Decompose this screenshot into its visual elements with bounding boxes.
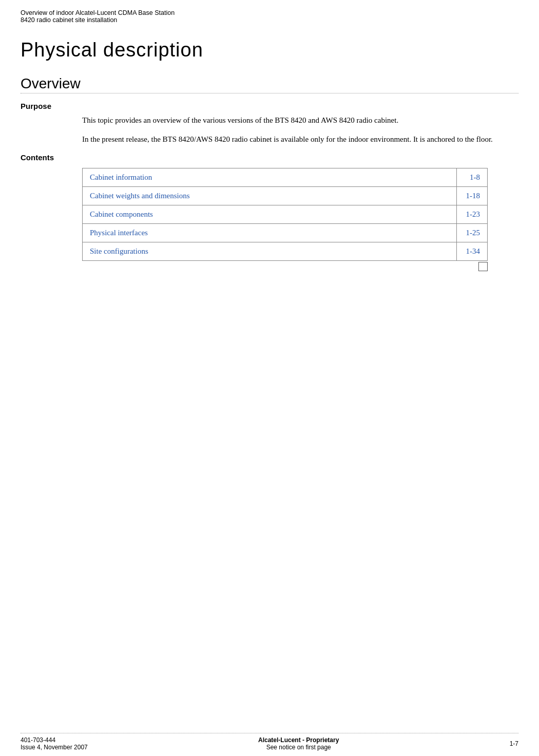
purpose-paragraph-2: In the present release, the BTS 8420/AWS… xyxy=(82,134,508,145)
table-box-wrapper xyxy=(82,262,488,271)
footer-notice: See notice on first page xyxy=(258,744,339,751)
footer-left: 401-703-444 Issue 4, November 2007 xyxy=(21,736,88,751)
footer-center: Alcatel-Lucent - Proprietary See notice … xyxy=(258,736,339,751)
contents-link[interactable]: Cabinet components xyxy=(83,205,457,223)
section-heading-overview: Overview xyxy=(21,75,518,92)
footer-page-number: 1-7 xyxy=(510,740,518,747)
contents-link[interactable]: Cabinet weights and dimensions xyxy=(83,186,457,205)
contents-page[interactable]: 1-8 xyxy=(457,168,488,186)
contents-page[interactable]: 1-23 xyxy=(457,205,488,223)
contents-link[interactable]: Physical interfaces xyxy=(83,223,457,242)
table-row: Cabinet weights and dimensions1-18 xyxy=(83,186,488,205)
contents-link[interactable]: Site configurations xyxy=(83,242,457,260)
purpose-label: Purpose xyxy=(21,102,518,110)
header-line1: Overview of indoor Alcatel-Lucent CDMA B… xyxy=(21,9,518,16)
contents-page[interactable]: 1-25 xyxy=(457,223,488,242)
footer-proprietary: Alcatel-Lucent - Proprietary xyxy=(258,736,339,744)
main-content: Physical description Overview Purpose Th… xyxy=(0,26,539,756)
table-row: Cabinet information1-8 xyxy=(83,168,488,186)
small-box xyxy=(478,262,488,271)
contents-table-wrapper: Cabinet information1-8Cabinet weights an… xyxy=(82,168,488,271)
footer-content: 401-703-444 Issue 4, November 2007 Alcat… xyxy=(21,736,518,751)
page-container: Overview of indoor Alcatel-Lucent CDMA B… xyxy=(0,0,539,756)
purpose-paragraph-1: This topic provides an overview of the v… xyxy=(82,115,508,126)
table-row: Site configurations1-34 xyxy=(83,242,488,260)
footer-separator xyxy=(21,733,518,733)
contents-link[interactable]: Cabinet information xyxy=(83,168,457,186)
table-row: Cabinet components1-23 xyxy=(83,205,488,223)
footer-doc-number: 401-703-444 xyxy=(21,736,88,744)
contents-table: Cabinet information1-8Cabinet weights an… xyxy=(82,168,488,261)
contents-label: Contents xyxy=(21,153,518,162)
page-header: Overview of indoor Alcatel-Lucent CDMA B… xyxy=(0,0,539,26)
table-row: Physical interfaces1-25 xyxy=(83,223,488,242)
footer-issue: Issue 4, November 2007 xyxy=(21,744,88,751)
overview-separator xyxy=(21,93,518,93)
contents-page[interactable]: 1-34 xyxy=(457,242,488,260)
header-line2: 8420 radio cabinet site installation xyxy=(21,16,518,24)
page-footer: 401-703-444 Issue 4, November 2007 Alcat… xyxy=(0,730,539,756)
contents-page[interactable]: 1-18 xyxy=(457,186,488,205)
page-title: Physical description xyxy=(21,39,518,61)
